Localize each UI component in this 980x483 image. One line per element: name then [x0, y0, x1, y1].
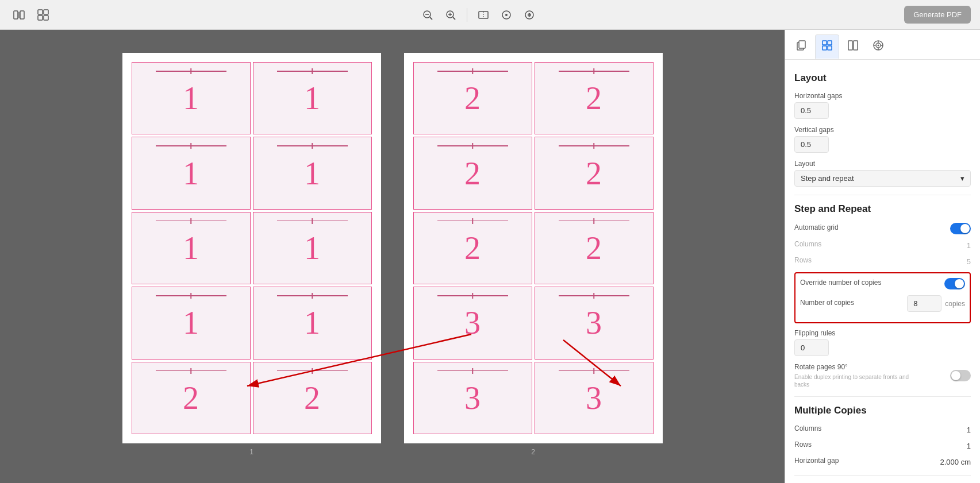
svg-rect-28	[828, 41, 832, 45]
zoom-in-button[interactable]	[441, 6, 460, 24]
tab-grid[interactable]	[815, 34, 839, 59]
rotate-label: Rotate pages 90°	[794, 363, 909, 371]
card: 2	[535, 212, 654, 284]
rotate-row: Rotate pages 90° Enable duplex printing …	[794, 363, 971, 388]
automatic-grid-row: Automatic grid	[794, 223, 971, 234]
card-top-tick	[190, 293, 191, 299]
mc-horiz-gap-row: Horizontal gap 2.000 cm	[794, 457, 971, 467]
layout-select[interactable]: Step and repeat ▾	[794, 170, 971, 187]
step-repeat-title: Step and Repeat	[794, 203, 971, 215]
card-top-tick	[190, 68, 191, 74]
zoom-reset-button[interactable]	[497, 6, 516, 24]
mc-rows-label: Rows	[794, 441, 812, 449]
card: 1	[253, 287, 372, 359]
svg-line-9	[430, 17, 432, 20]
svg-rect-31	[848, 41, 852, 50]
copies-suffix: copies	[945, 300, 965, 308]
card-number: 3	[464, 307, 481, 339]
card-number: 1	[183, 82, 199, 114]
panel-content: Layout Horizontal gaps 0.5 Vertical gaps…	[785, 60, 980, 483]
card: 3	[535, 362, 654, 434]
chevron-down-icon: ▾	[960, 174, 964, 183]
vertical-gaps-field: Vertical gaps 0.5	[794, 126, 971, 153]
layout-section-title: Layout	[794, 72, 971, 84]
override-copies-toggle[interactable]	[944, 278, 965, 289]
svg-rect-3	[38, 10, 43, 14]
mc-rows-value: 1	[967, 442, 971, 450]
card-top-tick	[190, 218, 191, 224]
card-top-tick	[593, 68, 594, 74]
mc-columns-row: Columns 1	[794, 424, 971, 435]
generate-pdf-button[interactable]: Generate PDF	[904, 6, 971, 24]
tab-columns[interactable]	[841, 35, 864, 59]
automatic-grid-toggle[interactable]	[950, 223, 971, 234]
svg-rect-0	[14, 11, 18, 19]
mc-horiz-gap-label: Horizontal gap	[794, 457, 839, 465]
card-top-tick	[312, 143, 313, 149]
card-top-tick	[472, 368, 473, 374]
horizontal-gaps-value[interactable]: 0.5	[794, 102, 829, 119]
rows-label: Rows	[794, 256, 812, 264]
mc-columns-value: 1	[967, 426, 971, 434]
main: 1111111122122222233332	[0, 30, 980, 483]
vertical-gaps-value[interactable]: 0.5	[794, 136, 829, 153]
panel-tabs	[785, 30, 980, 60]
card: 2	[253, 362, 372, 434]
flipping-rules-label: Flipping rules	[794, 329, 971, 337]
card-number: 1	[304, 307, 320, 339]
rotate-toggle[interactable]	[950, 370, 971, 381]
card: 2	[413, 212, 532, 284]
page-1: 1111111122	[122, 53, 381, 443]
tab-target[interactable]	[867, 35, 890, 59]
number-copies-value[interactable]: 8	[907, 295, 941, 312]
grid-view-button[interactable]	[33, 5, 53, 25]
svg-rect-27	[823, 41, 827, 45]
card-number: 2	[586, 82, 602, 114]
rotate-label-group: Rotate pages 90° Enable duplex printing …	[794, 363, 909, 388]
toolbar-left	[9, 5, 53, 25]
card: 2	[535, 62, 654, 134]
flipping-rules-value[interactable]: 0	[794, 339, 829, 356]
rows-row: Rows 5	[794, 256, 971, 266]
card: 1	[132, 287, 251, 359]
svg-point-35	[878, 45, 879, 47]
card: 3	[413, 362, 532, 434]
card-number: 2	[464, 157, 481, 190]
card-number: 1	[183, 307, 199, 339]
card: 1	[253, 62, 372, 134]
card-number: 1	[304, 82, 320, 114]
card-top-tick	[312, 293, 313, 299]
card: 2	[413, 62, 532, 134]
mc-columns-label: Columns	[794, 424, 821, 432]
card-top-tick	[593, 293, 594, 299]
tab-copy[interactable]	[790, 35, 813, 59]
svg-point-17	[505, 14, 508, 16]
override-copies-box: Override number of copies Number of copi…	[794, 272, 971, 323]
card: 1	[132, 62, 251, 134]
layout-field: Layout Step and repeat ▾	[794, 160, 971, 187]
pages-row: 1111111122122222233332	[122, 53, 663, 456]
svg-rect-5	[38, 16, 43, 20]
fit-page-button[interactable]	[474, 6, 493, 24]
card-number: 2	[586, 232, 602, 264]
card-number: 2	[183, 382, 199, 414]
card-number: 3	[464, 382, 481, 414]
card: 2	[132, 362, 251, 434]
svg-rect-32	[854, 41, 858, 50]
number-copies-label: Number of copies	[800, 299, 854, 307]
card-number: 2	[464, 232, 481, 264]
card-top-tick	[190, 143, 191, 149]
card-top-tick	[593, 218, 594, 224]
card: 2	[535, 137, 654, 209]
vertical-gaps-label: Vertical gaps	[794, 126, 971, 134]
card: 2	[413, 137, 532, 209]
columns-value: 1	[967, 241, 971, 250]
svg-rect-30	[828, 46, 832, 50]
toolbar-center	[57, 6, 900, 24]
number-copies-row: Number of copies 8 copies	[800, 295, 965, 312]
svg-rect-26	[799, 41, 805, 48]
fullscreen-button[interactable]	[520, 6, 539, 24]
divider-1	[794, 195, 971, 195]
zoom-out-button[interactable]	[418, 6, 437, 24]
columns-view-button[interactable]	[9, 5, 29, 25]
